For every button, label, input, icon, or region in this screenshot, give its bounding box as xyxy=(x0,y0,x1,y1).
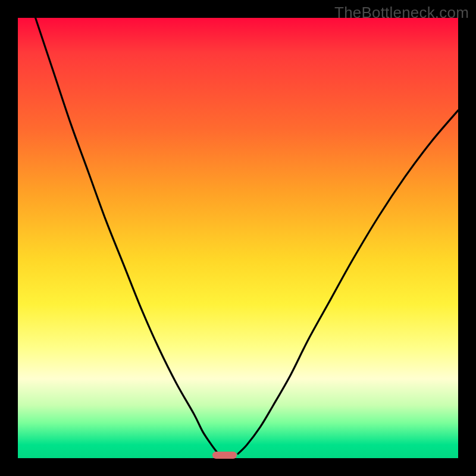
curve-left-branch xyxy=(36,18,218,454)
watermark-text: TheBottleneck.com xyxy=(334,4,469,22)
curve-right-branch xyxy=(238,110,458,453)
minimum-marker xyxy=(212,452,237,459)
outer-frame: TheBottleneck.com xyxy=(0,0,476,476)
bottleneck-curve xyxy=(18,18,458,458)
plot-area xyxy=(18,18,458,458)
